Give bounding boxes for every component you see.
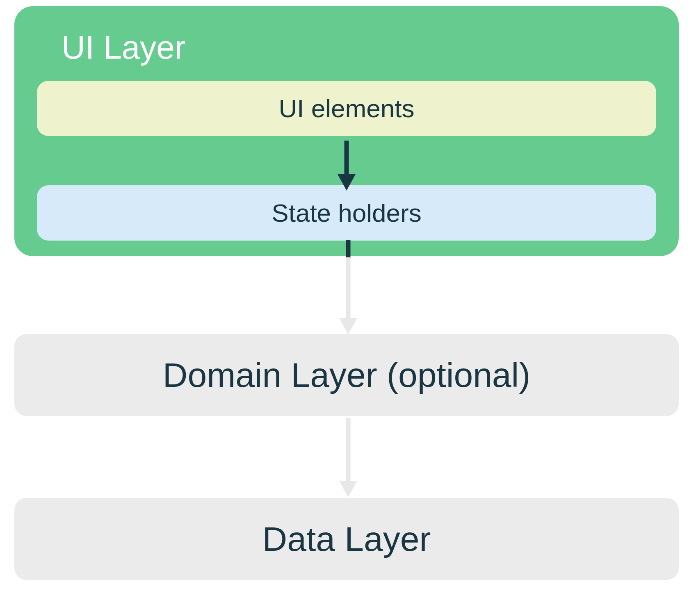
state-holders-box: State holders: [37, 185, 656, 241]
data-layer-label: Data Layer: [262, 519, 431, 559]
arrow-down-icon: [334, 141, 359, 193]
state-holders-label: State holders: [272, 198, 421, 227]
ui-elements-label: UI elements: [279, 94, 415, 123]
arrow-down-icon: [336, 418, 361, 500]
ui-layer-title: UI Layer: [62, 29, 656, 66]
svg-marker-4: [339, 318, 357, 334]
data-layer-box: Data Layer: [14, 498, 679, 580]
ui-elements-box: UI elements: [37, 81, 656, 136]
arrow-down-icon: [336, 240, 361, 260]
svg-marker-1: [338, 174, 356, 191]
domain-layer-label: Domain Layer (optional): [163, 355, 530, 395]
arrow-down-icon: [336, 257, 361, 337]
ui-layer-container: UI Layer UI elements State holders: [14, 6, 679, 256]
svg-marker-6: [339, 481, 357, 497]
domain-layer-box: Domain Layer (optional): [14, 334, 679, 416]
